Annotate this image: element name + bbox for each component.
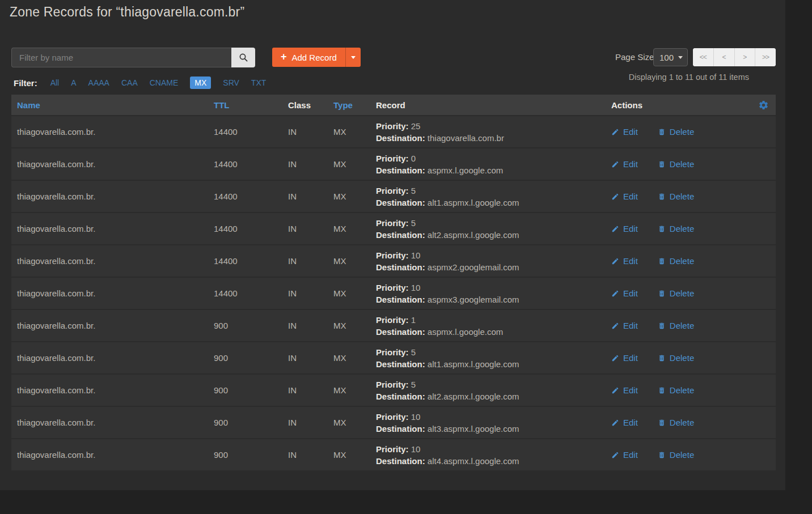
record-name: thiagovarella.com.br. xyxy=(11,385,214,395)
record-actions: Edit Delete xyxy=(610,450,751,460)
edit-button[interactable]: Edit xyxy=(611,450,638,460)
edit-button[interactable]: Edit xyxy=(611,288,638,298)
record-type: MX xyxy=(333,127,376,137)
filter-by-name-input[interactable] xyxy=(11,48,231,67)
filter-option-cname[interactable]: CNAME xyxy=(150,78,179,87)
pagination-last-button[interactable]: >> xyxy=(755,48,776,66)
delete-button[interactable]: Delete xyxy=(658,159,694,169)
delete-label: Delete xyxy=(670,256,694,266)
delete-button[interactable]: Delete xyxy=(658,450,694,460)
record-ttl: 14400 xyxy=(214,224,288,233)
table-settings-button[interactable] xyxy=(758,100,769,111)
search-button[interactable] xyxy=(231,48,255,67)
edit-button[interactable]: Edit xyxy=(611,418,638,427)
record-name: thiagovarella.com.br. xyxy=(11,288,214,298)
record-ttl: 900 xyxy=(214,353,288,363)
page-size-label: Page Size xyxy=(615,52,654,62)
edit-label: Edit xyxy=(623,353,638,363)
record-name: thiagovarella.com.br. xyxy=(11,353,214,363)
trash-icon xyxy=(658,128,666,136)
add-record-button[interactable]: + Add Record xyxy=(272,48,345,67)
edit-button[interactable]: Edit xyxy=(611,192,638,201)
priority-label: Priority: xyxy=(376,121,409,131)
pagination-previous-button[interactable]: < xyxy=(713,48,734,66)
name-filter-group xyxy=(11,48,255,67)
pagination-next-button[interactable]: > xyxy=(734,48,755,66)
table-row: thiagovarella.com.br. 14400 IN MX Priori… xyxy=(11,245,776,277)
column-header-ttl[interactable]: TTL xyxy=(214,100,288,110)
page-size-select[interactable]: 100 xyxy=(653,48,688,66)
record-name: thiagovarella.com.br. xyxy=(11,192,214,201)
record-name: thiagovarella.com.br. xyxy=(11,159,214,169)
record-class: IN xyxy=(288,224,333,233)
delete-button[interactable]: Delete xyxy=(658,353,694,363)
filter-option-mx[interactable]: MX xyxy=(190,77,211,89)
record-ttl: 900 xyxy=(214,385,288,395)
filter-option-txt[interactable]: TXT xyxy=(251,78,266,87)
edit-button[interactable]: Edit xyxy=(611,385,638,395)
filter-option-caa[interactable]: CAA xyxy=(121,78,138,87)
edit-label: Edit xyxy=(623,288,638,298)
filter-option-srv[interactable]: SRV xyxy=(223,78,239,87)
destination-label: Destination: xyxy=(376,133,425,143)
priority-label: Priority: xyxy=(376,250,409,260)
priority-label: Priority: xyxy=(376,186,409,196)
record-actions: Edit Delete xyxy=(610,418,751,427)
edit-button[interactable]: Edit xyxy=(611,127,638,137)
delete-button[interactable]: Delete xyxy=(658,385,694,395)
destination-value: alt2.aspmx.l.google.com xyxy=(428,230,519,240)
filter-option-aaaa[interactable]: AAAA xyxy=(88,78,109,87)
destination-label: Destination: xyxy=(376,359,425,369)
priority-value: 10 xyxy=(411,250,421,260)
filter-option-all[interactable]: All xyxy=(50,78,60,87)
priority-label: Priority: xyxy=(376,218,409,228)
delete-button[interactable]: Delete xyxy=(658,192,694,201)
destination-value: thiagovarella.com.br xyxy=(428,133,504,143)
priority-value: 1 xyxy=(411,315,416,325)
delete-label: Delete xyxy=(670,450,694,460)
delete-button[interactable]: Delete xyxy=(658,256,694,266)
search-icon xyxy=(239,53,248,62)
record-value: Priority: 5 Destination: alt2.aspmx.l.go… xyxy=(376,217,610,241)
record-value: Priority: 25 Destination: thiagovarella.… xyxy=(376,120,610,144)
pagination-first-button[interactable]: << xyxy=(693,48,713,66)
record-ttl: 14400 xyxy=(214,192,288,201)
priority-label: Priority: xyxy=(376,347,409,357)
record-type: MX xyxy=(333,321,376,330)
record-type: MX xyxy=(333,385,376,395)
destination-value: alt1.aspmx.l.google.com xyxy=(428,198,519,207)
record-value: Priority: 10 Destination: aspmx2.googlem… xyxy=(376,249,610,273)
pencil-icon xyxy=(611,322,619,330)
record-name: thiagovarella.com.br. xyxy=(11,256,214,266)
priority-label: Priority: xyxy=(376,283,409,292)
edit-button[interactable]: Edit xyxy=(611,353,638,363)
column-header-name[interactable]: Name xyxy=(11,100,214,110)
priority-value: 10 xyxy=(411,283,421,292)
filter-options: AllAAAAACAACNAMEMXSRVTXT xyxy=(50,77,267,89)
edit-button[interactable]: Edit xyxy=(611,224,638,233)
edit-button[interactable]: Edit xyxy=(611,256,638,266)
displaying-status: Displaying 1 to 11 out of 11 items xyxy=(629,73,749,82)
delete-button[interactable]: Delete xyxy=(658,224,694,233)
edit-button[interactable]: Edit xyxy=(611,321,638,330)
delete-button[interactable]: Delete xyxy=(658,418,694,427)
chevron-down-icon xyxy=(351,56,356,59)
delete-button[interactable]: Delete xyxy=(658,288,694,298)
record-value: Priority: 5 Destination: alt2.aspmx.l.go… xyxy=(376,379,610,402)
gear-icon xyxy=(758,100,769,111)
add-record-dropdown-toggle[interactable] xyxy=(345,48,361,67)
delete-label: Delete xyxy=(670,418,694,427)
record-value: Priority: 1 Destination: aspmx.l.google.… xyxy=(376,314,610,338)
edit-button[interactable]: Edit xyxy=(611,159,638,169)
trash-icon xyxy=(658,257,666,265)
filter-option-a[interactable]: A xyxy=(71,78,76,87)
destination-label: Destination: xyxy=(376,198,425,207)
record-type: MX xyxy=(333,224,376,233)
delete-button[interactable]: Delete xyxy=(658,127,694,137)
delete-button[interactable]: Delete xyxy=(658,321,694,330)
destination-label: Destination: xyxy=(376,327,425,337)
destination-value: alt4.aspmx.l.google.com xyxy=(428,456,519,466)
column-header-type[interactable]: Type xyxy=(333,100,376,110)
record-ttl: 900 xyxy=(214,321,288,330)
add-record-split-button: + Add Record xyxy=(272,48,361,67)
